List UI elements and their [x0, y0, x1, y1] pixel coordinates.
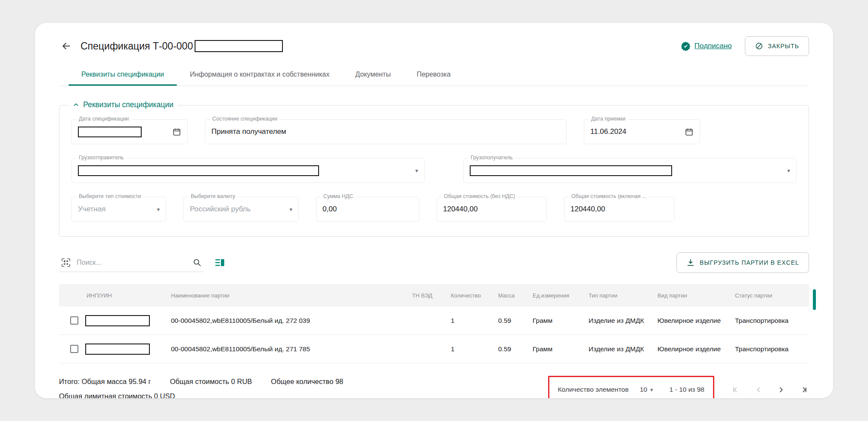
back-arrow-icon	[61, 40, 72, 52]
cell-batch-type: Изделие из ДМДК	[584, 317, 653, 325]
first-page-icon	[731, 385, 741, 395]
cell-batch-kind: Ювелирное изделие	[653, 345, 731, 353]
prev-page-button[interactable]	[753, 385, 763, 395]
cost-type-label: Выберите тип стоимости	[76, 193, 143, 199]
export-excel-button[interactable]: ВЫГРУЗИТЬ ПАРТИИ В EXCEL	[676, 252, 809, 273]
cost-type-value: Учетная	[78, 205, 105, 214]
tab-contracts-owners[interactable]: Информация о контрактах и собственниках	[177, 63, 342, 86]
currency-select[interactable]: Выберите валюту Российский рубль ▾	[183, 197, 299, 222]
consignee-select[interactable]: Грузополучатель ▾	[463, 158, 797, 183]
cell-batch-type: Изделие из ДМДК	[584, 345, 653, 353]
row-checkbox[interactable]	[70, 345, 78, 353]
column-header-quantity: Количество	[446, 292, 494, 299]
qr-scan-icon[interactable]	[61, 257, 71, 268]
accept-date-label: Дата приемки	[589, 116, 628, 122]
redacted-spec-date-value	[78, 127, 142, 137]
chevron-down-icon: ▾	[415, 168, 418, 173]
cell-unit: Грамм	[528, 317, 584, 325]
chevron-down-icon: ▾	[650, 387, 653, 393]
page-title: Спецификация Т-00-000	[81, 40, 283, 52]
total-inc-vat-value: 120440,00	[570, 205, 605, 214]
tabs-divider	[59, 86, 809, 86]
cell-mass: 0.59	[494, 345, 528, 353]
chevron-right-icon	[776, 385, 786, 395]
last-page-icon	[799, 385, 809, 395]
requisites-section-title: Реквизиты спецификации	[83, 100, 174, 109]
currency-value: Российский рубль	[190, 205, 251, 214]
column-header-batch-type: Тип партии	[584, 292, 653, 299]
spec-state-field[interactable]: Состояние спецификации Принята получател…	[205, 119, 567, 144]
total-inc-vat-label: Общая стоимость (включая ...	[569, 193, 649, 199]
signed-status-link[interactable]: Подписано	[681, 41, 732, 51]
cell-mass: 0.59	[494, 317, 528, 325]
next-page-button[interactable]	[776, 385, 786, 395]
search-input[interactable]	[77, 259, 187, 266]
cell-batch-name: 00-00045802,wbЕ8110005/Белый ид. 271 785	[167, 345, 408, 353]
calendar-icon[interactable]	[685, 127, 694, 136]
row-checkbox[interactable]	[70, 316, 78, 325]
close-button-label: ЗАКРЫТЬ	[768, 43, 799, 50]
cell-quantity: 1	[446, 345, 494, 353]
page-header: Спецификация Т-00-000 Подписано ЗАКРЫТЬ	[59, 37, 809, 55]
total-count: Общее количество 98	[271, 378, 343, 386]
specification-card: Спецификация Т-00-000 Подписано ЗАКРЫТЬ …	[34, 22, 834, 399]
chevron-down-icon: ▾	[289, 207, 292, 212]
redacted-shipper-value	[78, 165, 319, 176]
page-size-label: Количество элементов	[558, 386, 629, 393]
close-button[interactable]: ЗАКРЫТЬ	[745, 36, 809, 56]
redacted-consignee-value	[470, 165, 672, 176]
tab-label: Реквизиты спецификации	[81, 71, 164, 78]
tab-bar: Реквизиты спецификации Информация о конт…	[68, 63, 809, 86]
total-ex-vat-field[interactable]: Общая стоимость (без НДС) 120440,00	[437, 197, 547, 222]
tab-documents[interactable]: Документы	[342, 63, 403, 86]
total-inc-vat-field[interactable]: Общая стоимость (включая ... 120440,00	[564, 197, 674, 222]
accept-date-value: 11.06.2024	[590, 127, 626, 136]
column-header-inp-uin: ИНП/УИН	[59, 292, 167, 299]
chevron-left-icon	[753, 385, 763, 395]
redacted-spec-number	[195, 40, 283, 52]
spec-date-field[interactable]: Дата спецификации	[71, 119, 188, 144]
cell-batch-status: Транспортировка	[731, 317, 809, 325]
chevron-down-icon: ▾	[157, 207, 160, 212]
redacted-inp-uin	[85, 344, 150, 355]
column-header-batch-kind: Вид партии	[653, 292, 731, 299]
vat-sum-label: Сумма НДС	[321, 193, 356, 199]
first-page-button[interactable]	[731, 385, 741, 395]
last-page-button[interactable]	[799, 385, 809, 395]
search-icon[interactable]	[192, 258, 202, 267]
search-field[interactable]	[59, 254, 203, 272]
chevron-down-icon: ▾	[787, 168, 790, 173]
spec-state-label: Состояние спецификации	[210, 116, 280, 122]
block-circle-icon	[755, 42, 763, 50]
export-excel-label: ВЫГРУЗИТЬ ПАРТИИ В EXCEL	[700, 259, 799, 266]
spec-state-value: Принята получателем	[211, 127, 286, 136]
total-ex-vat-label: Общая стоимость (без НДС)	[441, 193, 518, 199]
page-range: 1 - 10 из 98	[670, 386, 704, 393]
vat-sum-value: 0,00	[322, 205, 337, 214]
accept-date-field[interactable]: Дата приемки 11.06.2024	[584, 119, 700, 144]
cell-unit: Грамм	[528, 345, 584, 353]
page-title-text: Спецификация Т-00-000	[81, 40, 193, 52]
calendar-icon[interactable]	[172, 127, 181, 136]
scrollbar-thumb[interactable]	[813, 289, 816, 310]
requisites-section-toggle[interactable]: Реквизиты спецификации	[69, 100, 177, 109]
back-button[interactable]	[59, 39, 74, 53]
page-size-select[interactable]: 10 ▾	[640, 386, 653, 393]
column-header-mass: Масса	[494, 292, 528, 299]
signed-label: Подписано	[694, 42, 732, 50]
column-header-unit: Ед.измерения	[528, 292, 584, 299]
column-header-tnved: ТН ВЭД	[408, 292, 446, 299]
vat-sum-field[interactable]: Сумма НДС 0,00	[316, 197, 419, 222]
shipper-select[interactable]: Грузоотправитель ▾	[71, 158, 425, 183]
cell-batch-status: Транспортировка	[731, 345, 809, 353]
paginator: Количество элементов 10 ▾ 1 - 10 из 98	[548, 376, 809, 399]
column-settings-button[interactable]	[214, 257, 226, 268]
tab-requisites[interactable]: Реквизиты спецификации	[68, 63, 177, 86]
cost-type-select[interactable]: Выберите тип стоимости Учетная ▾	[71, 197, 166, 222]
table-toolbar: ВЫГРУЗИТЬ ПАРТИИ В EXCEL	[59, 252, 809, 273]
currency-label: Выберите валюту	[188, 193, 238, 199]
requisites-section: Реквизиты спецификации Дата спецификации…	[59, 105, 809, 237]
tab-transportation[interactable]: Перевозка	[404, 63, 464, 86]
verified-badge-icon	[681, 41, 691, 51]
tab-label: Перевозка	[417, 71, 451, 78]
